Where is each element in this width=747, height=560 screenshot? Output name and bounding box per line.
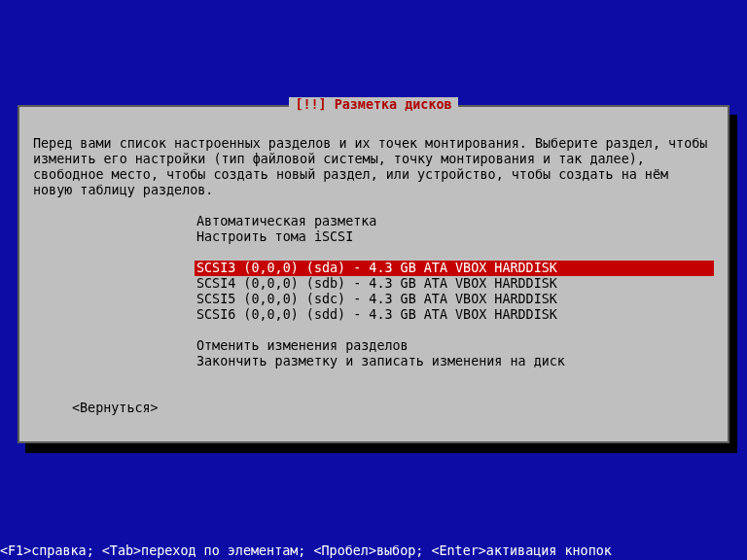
menu-item-bottom-0[interactable]: Отменить изменения разделов <box>195 338 714 354</box>
dialog-shadow-bottom <box>25 443 737 453</box>
menu-item-disk-0[interactable]: SCSI3 (0,0,0) (sda) - 4.3 GB ATA VBOX HA… <box>195 261 714 276</box>
partition-dialog: [!!] Разметка дисков Перед вами список н… <box>18 105 729 443</box>
menu-group-bottom: Отменить изменения разделовЗакончить раз… <box>33 338 714 369</box>
hotkey-footer: <F1>справка; <Tab>переход по элементам; … <box>0 542 747 560</box>
menu-item-disk-2[interactable]: SCSI5 (0,0,0) (sdc) - 4.3 GB ATA VBOX HA… <box>195 292 714 307</box>
back-button-label: <Вернуться> <box>72 401 159 415</box>
menu-item-disk-1[interactable]: SCSI4 (0,0,0) (sdb) - 4.3 GB ATA VBOX HA… <box>195 276 714 292</box>
menu-item-bottom-1[interactable]: Закончить разметку и записать изменения … <box>195 354 714 369</box>
dialog-title: [!!] Разметка дисков <box>289 97 457 113</box>
menu-item-top-0[interactable]: Автоматическая разметка <box>195 214 714 229</box>
menu-item-top-1[interactable]: Настроить тома iSCSI <box>195 229 714 245</box>
back-button[interactable]: <Вернуться> <box>33 401 714 416</box>
dialog-shadow-right <box>729 115 737 453</box>
menu-group-disks: SCSI3 (0,0,0) (sda) - 4.3 GB ATA VBOX HA… <box>33 261 714 323</box>
dialog-title-wrap: [!!] Разметка дисков <box>19 97 728 113</box>
dialog-intro-text: Перед вами список настроенных разделов и… <box>33 136 714 198</box>
menu-group-top: Автоматическая разметкаНастроить тома iS… <box>33 214 714 245</box>
menu-item-disk-3[interactable]: SCSI6 (0,0,0) (sdd) - 4.3 GB ATA VBOX HA… <box>195 307 714 323</box>
